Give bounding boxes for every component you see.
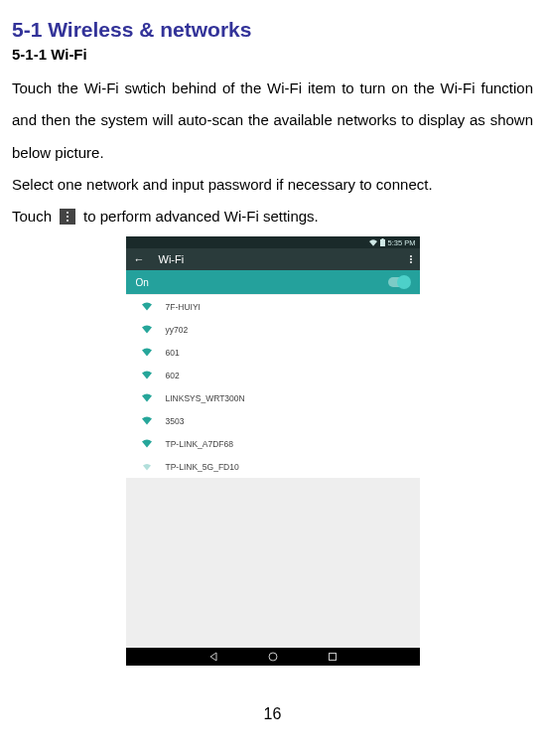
list-item[interactable]: 7F-HUIYI [126, 295, 420, 318]
wifi-signal-icon [142, 439, 152, 449]
paragraph-2: Select one network and input password if… [12, 169, 533, 201]
back-icon[interactable]: ← [134, 253, 145, 265]
wifi-signal-icon [142, 325, 152, 335]
svg-point-2 [269, 653, 277, 661]
network-name: yy702 [166, 325, 189, 335]
battery-icon [380, 238, 385, 246]
svg-rect-3 [329, 654, 336, 661]
network-name: TP-LINK_5G_FD10 [166, 462, 239, 472]
list-item[interactable]: TP-LINK_A7DF68 [126, 432, 420, 455]
wifi-signal-icon [142, 416, 152, 426]
wifi-signal-icon [142, 371, 152, 380]
list-item[interactable]: 602 [126, 364, 420, 386]
network-name: 7F-HUIYI [166, 302, 201, 312]
list-item[interactable]: 3503 [126, 409, 420, 432]
wifi-network-list: 7F-HUIYI yy702 601 602 LINKSYS_WRT300N 3… [126, 295, 420, 478]
android-status-bar: 5:35 PM [126, 236, 420, 248]
nav-back-icon[interactable] [208, 652, 218, 662]
nav-home-icon[interactable] [268, 652, 278, 662]
wifi-signal-icon [142, 348, 152, 358]
app-bar-title: Wi-Fi [159, 253, 396, 265]
wifi-on-label: On [136, 277, 149, 288]
wifi-toggle-row[interactable]: On [126, 270, 420, 294]
wifi-signal-icon [142, 393, 152, 403]
svg-rect-1 [381, 238, 383, 239]
svg-rect-0 [380, 239, 385, 246]
paragraph-3: Touch to perform advanced Wi-Fi settings… [12, 201, 533, 232]
list-item[interactable]: TP-LINK_5G_FD10 [126, 455, 420, 478]
wifi-settings-screenshot: 5:35 PM ← Wi-Fi On 7F-HUIYI yy702 601 60… [126, 236, 420, 666]
paragraph-1: Touch the Wi-Fi swtich behind of the Wi-… [12, 73, 533, 169]
status-time: 5:35 PM [388, 238, 416, 247]
network-name: 602 [166, 371, 180, 380]
overflow-menu-icon [60, 209, 75, 225]
subsection-heading: 5-1-1 Wi-Fi [12, 46, 533, 63]
section-heading: 5-1 Wireless & networks [12, 18, 533, 42]
wifi-status-icon [369, 239, 377, 246]
nav-recent-icon[interactable] [328, 652, 338, 662]
overflow-menu-icon[interactable] [410, 255, 412, 263]
network-name: 601 [166, 348, 180, 358]
toggle-switch-icon[interactable] [388, 277, 410, 287]
list-item[interactable]: 601 [126, 341, 420, 364]
wifi-signal-icon [142, 302, 152, 312]
paragraph-3b: to perform advanced Wi-Fi settings. [83, 201, 319, 232]
list-item[interactable]: LINKSYS_WRT300N [126, 386, 420, 409]
paragraph-3a: Touch [12, 201, 52, 232]
app-bar: ← Wi-Fi [126, 248, 420, 270]
network-name: LINKSYS_WRT300N [166, 393, 245, 403]
network-name: TP-LINK_A7DF68 [166, 439, 234, 449]
android-nav-bar [126, 648, 420, 666]
wifi-signal-icon [142, 462, 152, 472]
page-number: 16 [12, 705, 533, 723]
list-item[interactable]: yy702 [126, 318, 420, 341]
network-name: 3503 [166, 416, 185, 426]
